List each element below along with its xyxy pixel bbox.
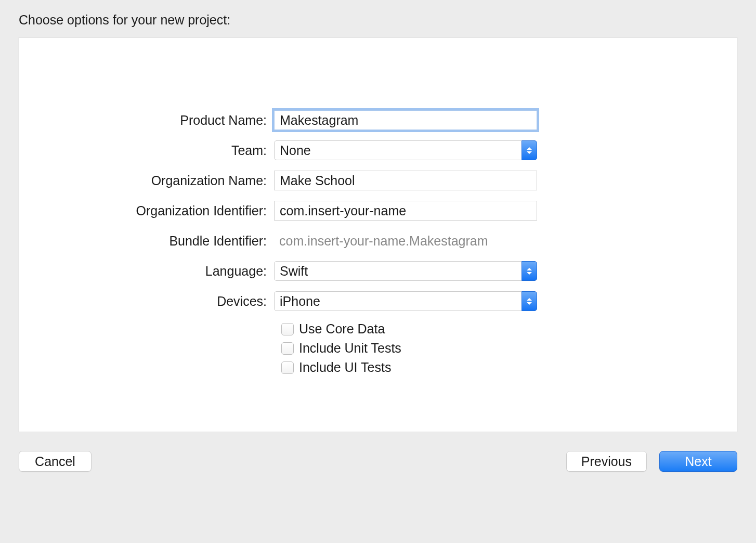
language-select[interactable]: Swift bbox=[274, 261, 537, 281]
use-core-data-row: Use Core Data bbox=[281, 321, 737, 337]
include-ui-tests-row: Include UI Tests bbox=[281, 360, 737, 375]
team-select[interactable]: None bbox=[274, 140, 537, 160]
include-unit-tests-row: Include Unit Tests bbox=[281, 341, 737, 356]
organization-identifier-row: Organization Identifier: bbox=[19, 201, 737, 221]
organization-name-row: Organization Name: bbox=[19, 171, 737, 190]
team-row: Team: None bbox=[19, 140, 737, 160]
use-core-data-label: Use Core Data bbox=[299, 321, 385, 337]
next-button[interactable]: Next bbox=[659, 451, 737, 472]
organization-name-input[interactable] bbox=[274, 171, 537, 190]
devices-row: Devices: iPhone bbox=[19, 291, 737, 311]
chevron-down-icon bbox=[527, 272, 532, 275]
devices-select-value: iPhone bbox=[274, 291, 537, 311]
stepper-icon bbox=[522, 291, 537, 311]
bundle-identifier-row: Bundle Identifier: com.insert-your-name.… bbox=[19, 231, 737, 251]
button-bar: Cancel Previous Next bbox=[19, 432, 737, 472]
chevron-down-icon bbox=[527, 302, 532, 305]
organization-name-label: Organization Name: bbox=[19, 173, 274, 188]
use-core-data-checkbox[interactable] bbox=[281, 323, 294, 335]
product-name-input[interactable] bbox=[274, 110, 537, 130]
language-row: Language: Swift bbox=[19, 261, 737, 281]
chevron-up-icon bbox=[527, 147, 532, 150]
dialog-title: Choose options for your new project: bbox=[19, 0, 737, 37]
right-button-group: Previous Next bbox=[566, 451, 737, 472]
stepper-icon bbox=[522, 140, 537, 160]
include-ui-tests-label: Include UI Tests bbox=[299, 360, 391, 375]
chevron-up-icon bbox=[527, 268, 532, 270]
product-name-row: Product Name: bbox=[19, 110, 737, 130]
previous-button[interactable]: Previous bbox=[566, 451, 647, 472]
new-project-options-dialog: Choose options for your new project: Pro… bbox=[0, 0, 756, 472]
team-label: Team: bbox=[19, 143, 274, 158]
devices-label: Devices: bbox=[19, 294, 274, 309]
product-name-label: Product Name: bbox=[19, 113, 274, 128]
include-unit-tests-label: Include Unit Tests bbox=[299, 341, 401, 356]
stepper-icon bbox=[522, 261, 537, 281]
team-select-value: None bbox=[274, 140, 537, 160]
chevron-up-icon bbox=[527, 298, 532, 301]
organization-identifier-label: Organization Identifier: bbox=[19, 203, 274, 218]
include-ui-tests-checkbox[interactable] bbox=[281, 361, 294, 374]
cancel-button[interactable]: Cancel bbox=[19, 451, 92, 472]
chevron-down-icon bbox=[527, 151, 532, 154]
options-panel: Product Name: Team: None Organization Na… bbox=[19, 37, 737, 432]
language-select-value: Swift bbox=[274, 261, 537, 281]
include-unit-tests-checkbox[interactable] bbox=[281, 342, 294, 355]
bundle-identifier-value: com.insert-your-name.Makestagram bbox=[274, 231, 537, 251]
devices-select[interactable]: iPhone bbox=[274, 291, 537, 311]
bundle-identifier-label: Bundle Identifier: bbox=[19, 234, 274, 249]
language-label: Language: bbox=[19, 264, 274, 279]
checkbox-block: Use Core Data Include Unit Tests Include… bbox=[19, 321, 737, 375]
organization-identifier-input[interactable] bbox=[274, 201, 537, 221]
